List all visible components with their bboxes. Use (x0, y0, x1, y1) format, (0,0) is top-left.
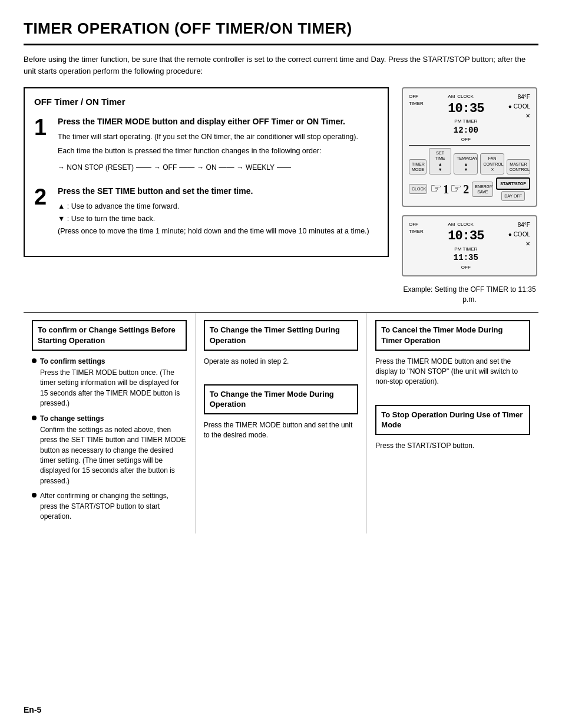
remote-displays-column: OFF TIMER AM CLOCK 10:35 PM TIMER 12:00 … (401, 87, 538, 304)
remote2-x: ✕ (525, 240, 530, 248)
flow-arrow-2: —— (179, 162, 194, 173)
remote1-temp-day-btn: TEMP/DAY▲▼ (454, 153, 478, 174)
bottom-col-2: To Change the Timer Setting During Opera… (196, 313, 368, 533)
bottom-section: To confirm or Change Settings Before Sta… (24, 312, 538, 533)
bottom-col-1-header: To confirm or Change Settings Before Sta… (32, 320, 187, 350)
step-1: 1 Press the TIMER MODE button and displa… (34, 116, 378, 176)
remote2-cool: ● COOL (508, 230, 530, 239)
page-title: TIMER OPERATION (OFF TIMER/ON TIMER) (24, 18, 538, 45)
step-1-heading: Press the TIMER MODE button and display … (58, 116, 358, 128)
bullet-1-bold: To confirm settings (40, 357, 187, 367)
example-caption: Example: Setting the OFF TIMER to 11:35 … (401, 285, 538, 305)
remote-display-2: OFF TIMER AM CLOCK 10:35 PM TIMER 11:35 … (402, 215, 537, 276)
remote1-num2: 2 (463, 181, 469, 197)
remote1-cool: ● COOL (508, 103, 530, 111)
remote1-off-sub: OFF (448, 136, 484, 143)
remote1-fan-control-btn: FANCONTROL✕ (480, 153, 504, 174)
remote1-off-label: OFF (409, 93, 424, 100)
step-2-number: 2 (34, 186, 52, 208)
remote1-master-control-btn: MASTERCONTROL (507, 159, 530, 174)
bottom-col-2-header-2: To Change the Timer Mode During Operatio… (204, 384, 359, 414)
bullet-dot-1 (32, 358, 37, 363)
page-number: En-5 (24, 704, 41, 716)
remote1-set-time-btn: SET TIME▲▼ (429, 148, 451, 174)
bullet-confirm-settings: To confirm settings Press the TIMER MODE… (32, 357, 187, 409)
remote1-timer-label: TIMER (409, 100, 424, 107)
flow-diagram: → NON STOP (RESET) —— → OFF —— → ON —— →… (58, 162, 358, 173)
bottom-col-2-text-1: Operate as noted in step 2. (204, 357, 359, 367)
bottom-col-3: To Cancel the Timer Mode During Timer Op… (367, 313, 538, 533)
remote2-clock: CLOCK (457, 221, 474, 228)
flow-step-3: → ON (197, 163, 216, 173)
remote1-pm-timer: PM TIMER (454, 118, 477, 124)
remote1-finger2-icon: ☞ (450, 180, 462, 198)
step-2-line2: ▼ : Use to turn the time back. (58, 213, 369, 224)
remote2-timer-label: TIMER (409, 228, 424, 235)
remote2-main-time: 10:35 (448, 228, 484, 246)
remote2-temp: 84°F (518, 221, 530, 229)
step-2: 2 Press the SET TIME button and set the … (34, 186, 378, 238)
remote2-am: AM (448, 221, 455, 228)
remote1-num1: 1 (443, 181, 449, 197)
step-1-number: 1 (34, 116, 52, 139)
flow-arrow-3: —— (219, 162, 234, 173)
remote1-start-stop-btn: START/STOP (496, 177, 530, 190)
bullet-change-settings: To change settings Confirm the settings … (32, 414, 187, 487)
bullet-dot-3 (32, 493, 37, 498)
remote1-temp: 84°F (518, 93, 530, 101)
remote2-off-sub: OFF (448, 264, 484, 271)
remote-display-1: OFF TIMER AM CLOCK 10:35 PM TIMER 12:00 … (402, 87, 537, 207)
remote1-main-time: 10:35 (448, 100, 484, 118)
bottom-col-3-header-1: To Cancel the Timer Mode During Timer Op… (375, 320, 530, 350)
remote2-pm-timer: PM TIMER (454, 246, 477, 252)
remote2-off-label: OFF (409, 221, 424, 228)
bullet-dot-2 (32, 416, 37, 420)
step-2-heading: Press the SET TIME button and set the ti… (58, 186, 369, 197)
flow-arrow-1: —— (136, 162, 151, 173)
step-1-para1: The timer will start operating. (If you … (58, 131, 358, 142)
remote1-x: ✕ (525, 112, 530, 120)
bottom-col-2-header-1: To Change the Timer Setting During Opera… (204, 320, 359, 350)
bullet-1-text: Press the TIMER MODE button once. (The t… (40, 368, 180, 407)
bottom-col-1: To confirm or Change Settings Before Sta… (24, 313, 196, 533)
flow-step-2: → OFF (154, 163, 177, 173)
step-1-para2: Each time the button is pressed the time… (58, 146, 358, 156)
remote1-finger1-icon: ☞ (430, 180, 442, 198)
remote1-clock-btn: CLOCK (409, 184, 427, 194)
bottom-col-3-text-2: Press the START/STOP button. (375, 441, 530, 451)
bottom-col-3-header-2: To Stop Operation During Use of Timer Mo… (375, 405, 530, 435)
bullet-3-text: After confirming or changing the setting… (40, 492, 168, 521)
intro-text: Before using the timer function, be sure… (24, 54, 538, 77)
bullet-after-confirm: After confirming or changing the setting… (32, 491, 187, 522)
remote2-sub-time: 11:35 (448, 252, 484, 264)
remote1-sub-time: 12:00 (448, 125, 484, 137)
flow-loop: —— (277, 163, 291, 173)
remote1-am: AM (448, 93, 455, 100)
flow-step-4: → WEEKLY (237, 163, 275, 173)
step-2-line3: (Press once to move the time 1 minute; h… (58, 226, 369, 236)
remote1-energy-save-btn: ENERGYSAVE (472, 182, 493, 197)
bottom-col-3-text-1: Press the TIMER MODE button and set the … (375, 357, 530, 387)
bullet-2-text: Confirm the settings as noted above, the… (40, 426, 186, 485)
remote1-day-off-btn: DAY OFF (501, 191, 525, 201)
step-2-line1: ▲ : Use to advance the time forward. (58, 201, 369, 212)
remote1-timer-mode-btn: TIMERMODE (409, 159, 427, 174)
bottom-col-2-text-2: Press the TIMER MODE button and set the … (204, 420, 359, 441)
remote1-clock: CLOCK (457, 93, 474, 100)
bullet-2-bold: To change settings (40, 414, 187, 424)
flow-step-1: → NON STOP (RESET) (58, 163, 134, 173)
section-heading: OFF Timer / ON Timer (34, 95, 378, 108)
